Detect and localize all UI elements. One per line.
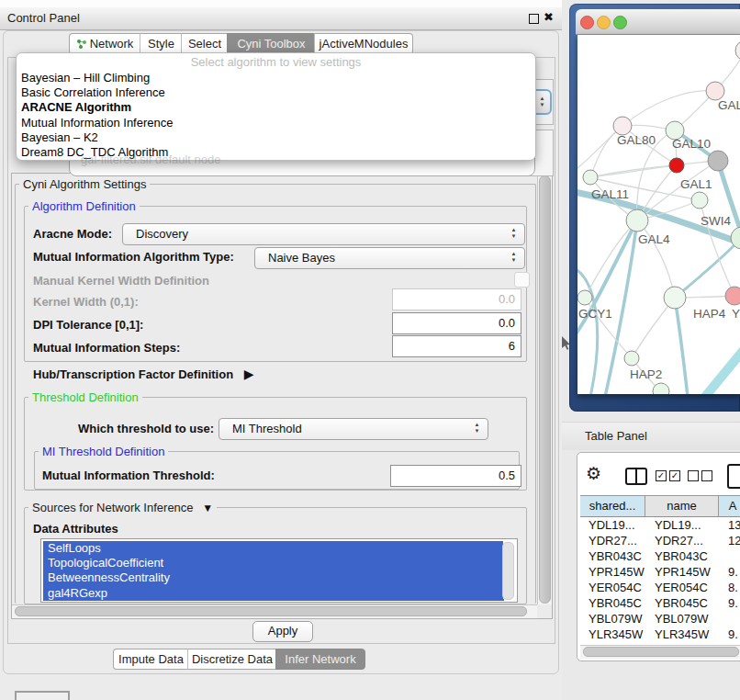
- network-node[interactable]: [577, 290, 592, 305]
- zoom-traffic-light[interactable]: [613, 16, 627, 29]
- dock-mini-button[interactable]: [15, 691, 70, 700]
- column-header-third[interactable]: A: [719, 495, 740, 517]
- tab-network-label: Network: [90, 37, 134, 51]
- control-panel-titlebar: Control Panel ✖: [0, 7, 562, 30]
- network-node[interactable]: [735, 40, 740, 61]
- network-node[interactable]: [706, 82, 724, 100]
- float-panel-icon[interactable]: [529, 14, 539, 24]
- table-row[interactable]: YDR27...YDR27...12: [580, 533, 740, 548]
- algorithm-options-list: Bayesian – Hill ClimbingBasic Correlatio…: [17, 71, 535, 160]
- data-attribute-item[interactable]: TopologicalCoefficient: [43, 556, 504, 570]
- table-cell: YPR145W: [645, 564, 719, 580]
- tab-style[interactable]: Style: [140, 33, 182, 54]
- network-node[interactable]: [626, 209, 648, 231]
- data-attribute-item[interactable]: gal4RGexp: [43, 586, 504, 601]
- control-panel-title: Control Panel: [7, 11, 80, 25]
- mi-type-select[interactable]: Naive Bayes ▲▼: [254, 247, 525, 269]
- table-row[interactable]: YLR345WYLR345W9.: [580, 627, 740, 642]
- algorithm-option[interactable]: Mutual Information Inference: [17, 116, 535, 130]
- sources-group-title[interactable]: Sources for Network Inference ▼: [28, 501, 217, 514]
- dpi-tolerance-field[interactable]: 0.0: [392, 312, 521, 334]
- hub-definition-row[interactable]: Hub/Transcription Factor Definition ▶: [33, 367, 254, 381]
- algorithm-option[interactable]: Bayesian – Hill Climbing: [17, 71, 535, 85]
- column-header-third-label: A: [729, 499, 737, 513]
- tab-jactivemnodules[interactable]: jActiveMNodules: [314, 33, 413, 54]
- select-all-checkbox-icon[interactable]: ✓: [656, 470, 667, 481]
- dropdown-placeholder: Select algorithm to view settings: [17, 53, 535, 71]
- node-label: GAL: [718, 98, 740, 112]
- table-body: YDL19...YDL19...13YDR27...YDR27...12YBR0…: [580, 517, 740, 645]
- network-node[interactable]: [613, 117, 632, 135]
- tab-cyni-toolbox[interactable]: Cyni Toolbox: [227, 33, 315, 54]
- network-node[interactable]: [708, 151, 728, 171]
- tab-jactivemnodules-label: jActiveMNodules: [320, 37, 409, 51]
- which-threshold-label: Which threshold to use:: [78, 422, 214, 435]
- algorithm-option[interactable]: Bayesian – K2: [17, 130, 535, 145]
- split-divider: [635, 469, 637, 483]
- collapse-arrow-icon[interactable]: ▼: [202, 502, 213, 514]
- minimize-traffic-light[interactable]: [597, 16, 611, 29]
- table-row[interactable]: YER054CYER054C8.: [580, 580, 740, 595]
- select-all-checkbox-icon-2[interactable]: ✓: [669, 470, 680, 481]
- node-label: Y: [732, 307, 740, 321]
- network-node[interactable]: [669, 158, 684, 173]
- algorithm-option[interactable]: Basic Correlation Inference: [17, 85, 535, 100]
- deselect-checkbox-icon[interactable]: [688, 470, 699, 481]
- tab-impute-data[interactable]: Impute Data: [113, 649, 188, 670]
- table-hscroll-thumb[interactable]: [583, 647, 739, 657]
- column-header-shared[interactable]: shared...: [580, 495, 645, 517]
- network-canvas[interactable]: GALGAL80GAL10GAL1GAL11SWI4GAL4GCY1HAP4YH…: [577, 35, 740, 394]
- network-node[interactable]: [725, 287, 740, 305]
- algorithm-option[interactable]: ARACNE Algorithm: [17, 100, 535, 115]
- threshold-definition-title: Threshold Definition: [28, 390, 142, 404]
- table-row[interactable]: YBL079WYBL079W: [580, 611, 740, 627]
- table-cell: YER054C: [580, 580, 645, 595]
- aracne-mode-select[interactable]: Discovery ▲▼: [122, 223, 525, 245]
- settings-vscroll-thumb[interactable]: [539, 175, 551, 604]
- data-attributes-list[interactable]: SelfLoopsTopologicalCoefficientBetweenne…: [40, 538, 518, 603]
- network-edge: [590, 161, 718, 177]
- tab-network[interactable]: Network: [69, 33, 140, 54]
- table-cell: YDL19...: [580, 517, 645, 533]
- apply-button[interactable]: Apply: [252, 621, 313, 642]
- deselect-checkbox-icon-2[interactable]: [701, 470, 712, 481]
- network-node[interactable]: [653, 383, 669, 394]
- mi-threshold-field[interactable]: 0.5: [390, 465, 521, 487]
- network-node[interactable]: [624, 351, 639, 366]
- spinner-arrows-icon: ▲▼: [510, 227, 518, 240]
- attributes-scroll-thumb[interactable]: [502, 542, 514, 600]
- network-node[interactable]: [691, 192, 708, 209]
- data-attribute-item[interactable]: BetweennessCentrality: [43, 570, 504, 585]
- node-label: SWI4: [701, 214, 731, 228]
- table-row[interactable]: YDL19...YDL19...13: [580, 517, 740, 533]
- mi-steps-field[interactable]: 6: [392, 335, 521, 357]
- tab-infer-network[interactable]: Infer Network: [275, 649, 365, 670]
- table-row[interactable]: YBR043CYBR043C: [580, 548, 740, 564]
- tab-discretize-data[interactable]: Discretize Data: [187, 649, 276, 670]
- table-cell: YBL079W: [580, 611, 645, 627]
- table-row[interactable]: YPR145WYPR145W9.: [580, 564, 740, 580]
- column-header-name[interactable]: name: [645, 495, 719, 517]
- split-columns-icon[interactable]: [625, 468, 647, 485]
- aracne-mode-label: Aracne Mode:: [33, 227, 112, 241]
- kernel-width-field[interactable]: 0.0: [392, 288, 521, 310]
- network-edge: [691, 345, 740, 394]
- table-cell: YPR145W: [580, 564, 645, 580]
- close-traffic-light[interactable]: [580, 16, 594, 29]
- expand-arrow-icon[interactable]: ▶: [244, 367, 254, 381]
- close-panel-icon[interactable]: ✖: [544, 10, 554, 24]
- manual-kernel-checkbox[interactable]: [514, 272, 530, 288]
- new-table-icon[interactable]: [727, 464, 740, 489]
- table-row[interactable]: YBR045CYBR045C9.: [580, 595, 740, 611]
- settings-hscroll-thumb[interactable]: [15, 606, 527, 616]
- spinner-arrows-icon: ▲▼: [538, 96, 546, 108]
- node-label: GCY1: [578, 307, 612, 321]
- network-node[interactable]: [583, 170, 598, 185]
- data-attributes-label: Data Attributes: [33, 522, 118, 536]
- network-node[interactable]: [664, 287, 686, 309]
- which-threshold-select[interactable]: MI Threshold ▲▼: [219, 418, 488, 440]
- gear-icon[interactable]: ⚙: [586, 464, 601, 484]
- tab-select[interactable]: Select: [181, 33, 228, 54]
- data-attribute-item[interactable]: SelfLoops: [43, 541, 504, 556]
- network-window-titlebar[interactable]: [576, 9, 740, 35]
